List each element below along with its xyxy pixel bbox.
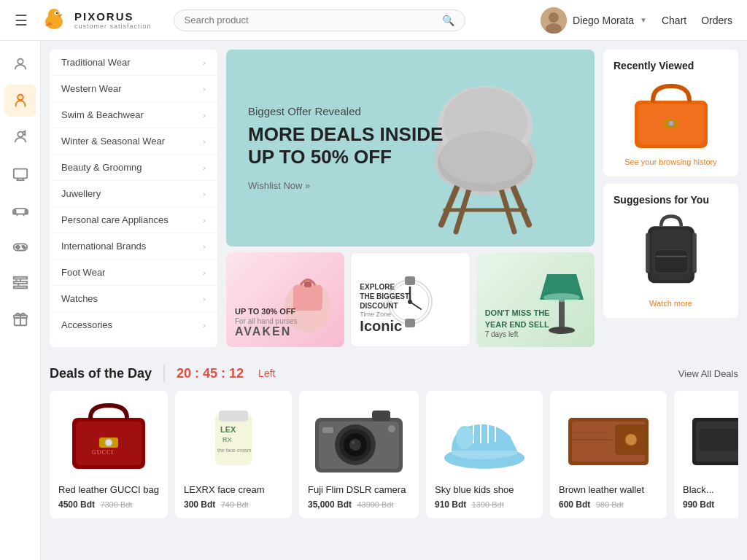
svg-point-26 bbox=[15, 246, 17, 248]
recently-viewed-title: Recently Viewed bbox=[614, 60, 728, 71]
category-arrow-icon: › bbox=[203, 216, 206, 225]
iconic-brand: Iconic bbox=[360, 318, 409, 335]
recently-viewed-box: Recently Viewed See your browsing hist bbox=[603, 50, 738, 176]
product-price: 35,000 Bdt 43990 Bdt bbox=[308, 499, 410, 510]
chevron-down-icon: ▼ bbox=[640, 16, 647, 24]
product-current-price: 35,000 Bdt bbox=[308, 499, 352, 510]
sub-banner-1-top: UP TO 30% OFF bbox=[235, 306, 298, 317]
product-price: 600 Bdt 980 Bdt bbox=[559, 499, 658, 510]
category-item-accessories[interactable]: Accessories› bbox=[50, 312, 217, 338]
svg-point-99 bbox=[625, 434, 637, 446]
user-name: Diego Morata bbox=[573, 15, 634, 26]
product-card[interactable]: Sky blue kids shoe 910 Bdt 1390 Bdt bbox=[426, 391, 543, 518]
product-name: Fuji Flim DSLR camera bbox=[308, 484, 410, 495]
product-card[interactable]: Fuji Flim DSLR camera 35,000 Bdt 43990 B… bbox=[299, 391, 419, 518]
product-image: LEX RX the face cream bbox=[184, 400, 283, 480]
sidebar-icon-gift[interactable] bbox=[4, 303, 36, 335]
banner-area: Biggest Offer Revealed MORE DEALS INSIDE… bbox=[226, 50, 595, 347]
user-area[interactable]: Diego Morata ▼ bbox=[541, 7, 647, 34]
logo-name: PIXORUS bbox=[74, 10, 152, 23]
search-icon[interactable]: 🔍 bbox=[442, 15, 454, 26]
banner-title: MORE DEALS INSIDEUP TO 50% OFF bbox=[248, 123, 443, 168]
svg-rect-72 bbox=[646, 233, 650, 273]
category-item-beauty-&-groomng[interactable]: Beauty & Groomng› bbox=[50, 155, 217, 181]
svg-rect-13 bbox=[13, 169, 26, 179]
svg-point-27 bbox=[18, 246, 20, 248]
category-item-western-wear[interactable]: Western Wear› bbox=[50, 76, 217, 102]
category-menu: Traditional Wear›Western Wear›Swim & Bea… bbox=[50, 50, 217, 347]
product-card[interactable]: GUCCI Red leather GUCCI bag 4500 Bdt 730… bbox=[50, 391, 168, 518]
watch-more-link[interactable]: Watch more bbox=[614, 299, 728, 308]
deals-divider bbox=[163, 365, 165, 382]
category-item-personal-care-appliances[interactable]: Personal care Appliances› bbox=[50, 207, 217, 233]
category-item-winter-&-seasonal-wear[interactable]: Winter & Seasonal Wear› bbox=[50, 128, 217, 155]
product-card[interactable]: Black... 990 Bdt bbox=[674, 391, 738, 518]
deals-timer: 20 : 45 : 12 bbox=[177, 366, 244, 381]
product-price: 910 Bdt 1390 Bdt bbox=[435, 499, 534, 510]
product-image bbox=[435, 400, 534, 480]
svg-point-7 bbox=[549, 12, 559, 23]
logo-bird-icon bbox=[39, 6, 69, 35]
avatar bbox=[541, 7, 567, 34]
product-card[interactable]: Brown leather wallet 600 Bdt 980 Bdt bbox=[550, 391, 667, 518]
search-input[interactable] bbox=[185, 15, 442, 26]
product-grid: GUCCI Red leather GUCCI bag 4500 Bdt 730… bbox=[50, 391, 738, 521]
svg-point-3 bbox=[56, 12, 58, 13]
suggestions-box: Suggesions for You bbox=[603, 184, 738, 318]
category-arrow-icon: › bbox=[203, 58, 206, 67]
deals-left: Left bbox=[258, 368, 275, 379]
sidebar-icon-support[interactable] bbox=[4, 121, 36, 153]
product-current-price: 990 Bdt bbox=[683, 499, 714, 510]
sub-banner-3-top: DON'T MISS THEYEAR END SELL bbox=[485, 308, 550, 330]
sub-banner-2-cat: Time Zone bbox=[360, 311, 409, 318]
sidebar-icon-person[interactable] bbox=[4, 85, 36, 117]
svg-rect-70 bbox=[654, 249, 688, 273]
menu-icon[interactable]: ☰ bbox=[15, 12, 28, 29]
product-name: Black... bbox=[683, 484, 738, 495]
sub-banner-watches[interactable]: EXPLORETHE BIGGESTDISCOUNT Time Zone Ico… bbox=[350, 252, 470, 347]
product-image: GUCCI bbox=[58, 400, 159, 480]
svg-rect-80 bbox=[219, 411, 248, 421]
browse-history-link[interactable]: See your browsing history bbox=[614, 158, 728, 166]
svg-point-1 bbox=[48, 9, 60, 20]
banner-text: Biggest Offer Revealed MORE DEALS INSIDE… bbox=[248, 105, 443, 191]
sub-banner-1-label: For all hand purses bbox=[235, 317, 298, 325]
product-name: Red leather GUCCI bag bbox=[58, 484, 159, 495]
svg-point-95 bbox=[456, 426, 473, 449]
svg-point-29 bbox=[23, 246, 26, 249]
backpack-image bbox=[635, 213, 708, 293]
product-current-price: 910 Bdt bbox=[435, 499, 466, 510]
product-card[interactable]: LEX RX the face cream LEXRX face cream 3… bbox=[175, 391, 292, 518]
product-name: LEXRX face cream bbox=[184, 484, 283, 495]
svg-text:GUCCI: GUCCI bbox=[92, 449, 114, 456]
category-arrow-icon: › bbox=[203, 190, 206, 198]
sidebar-icon-controller[interactable] bbox=[4, 230, 36, 262]
view-all-deals[interactable]: View All Deals bbox=[678, 368, 738, 379]
category-item-watches[interactable]: Watches› bbox=[50, 286, 217, 312]
svg-line-43 bbox=[511, 181, 529, 225]
product-image bbox=[683, 400, 738, 480]
sub-banner-purses[interactable]: UP TO 30% OFF For all hand purses AVAKEN bbox=[226, 252, 344, 347]
main-banner: Biggest Offer Revealed MORE DEALS INSIDE… bbox=[226, 50, 595, 246]
svg-rect-60 bbox=[559, 300, 565, 329]
wishlist-button[interactable]: Wishlist Now » bbox=[248, 180, 443, 191]
category-item-foot-wear[interactable]: Foot Wear› bbox=[50, 260, 217, 286]
sidebar-icon-user[interactable] bbox=[4, 48, 36, 80]
sidebar-icon-tv[interactable] bbox=[4, 158, 36, 190]
logo-text: PIXORUS customer satisfaction bbox=[74, 10, 152, 30]
svg-point-93 bbox=[388, 425, 395, 432]
orders-link[interactable]: Orders bbox=[701, 15, 732, 26]
product-original-price: 1390 Bdt bbox=[472, 500, 504, 509]
category-item-swim-&-beachwear[interactable]: Swim & Beachwear› bbox=[50, 102, 217, 128]
sidebar-icon-shelf[interactable] bbox=[4, 267, 36, 299]
sub-banner-lamp[interactable]: DON'T MISS THEYEAR END SELL 7 days left bbox=[476, 252, 595, 347]
svg-rect-92 bbox=[322, 427, 333, 433]
main-content: Traditional Wear›Western Wear›Swim & Bea… bbox=[41, 41, 747, 560]
svg-point-77 bbox=[105, 439, 112, 446]
category-item-juwellery[interactable]: Juwellery› bbox=[50, 181, 217, 207]
chart-link[interactable]: Chart bbox=[662, 15, 686, 26]
category-item-traditional-wear[interactable]: Traditional Wear› bbox=[50, 50, 217, 76]
sidebar-icon-sofa[interactable] bbox=[4, 194, 36, 226]
category-arrow-icon: › bbox=[203, 163, 206, 172]
category-item-international-brands[interactable]: International Brands› bbox=[50, 233, 217, 260]
